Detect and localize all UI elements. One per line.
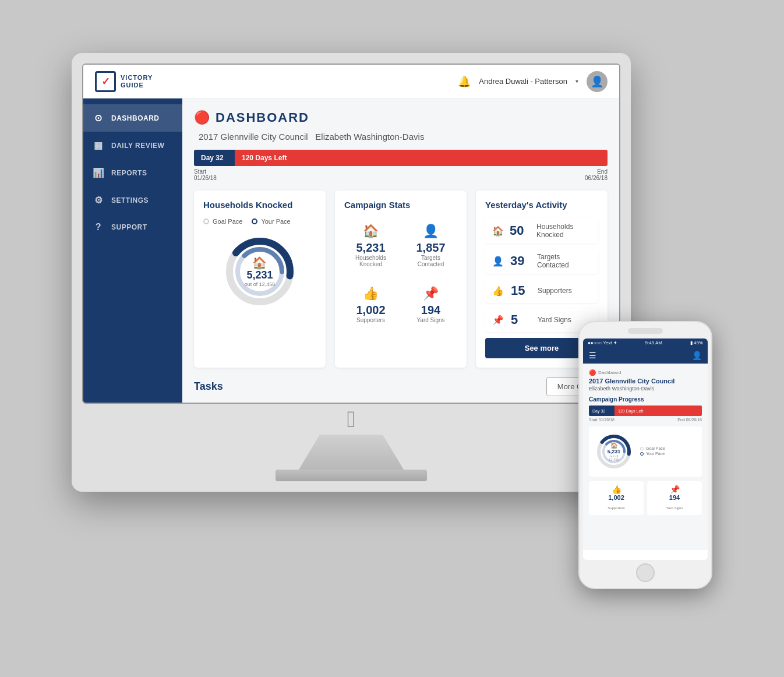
campaign-stats-grid: 🏠 5,231 Households Knocked 👤 1,857 Targe… [344, 218, 457, 329]
progress-dates: Start 01/26/18 End 06/26/18 [194, 168, 608, 181]
activity-hh-label: Households Knocked [536, 223, 591, 239]
activity-list: 🏠 50 Households Knocked 👤 39 Targets Con… [485, 218, 598, 332]
phone-end-date: End 06/26/18 [677, 418, 702, 422]
cs-targets-label: Targets Contacted [410, 255, 451, 267]
activity-targets-icon: 👤 [492, 256, 504, 267]
user-name: Andrea Duwali - Patterson [479, 77, 567, 86]
reports-icon: 📊 [93, 167, 104, 178]
cs-supporters-number: 1,002 [350, 304, 391, 317]
stats-row: Households Knocked Goal Pace Your Pace [194, 191, 608, 368]
bell-icon[interactable]: 🔔 [458, 75, 471, 88]
cs-supporters-label: Supporters [350, 317, 391, 323]
page-title-row: 🔴 DASHBOARD [194, 110, 608, 125]
goal-dot [203, 218, 209, 224]
cs-yard-signs-label: Yard Signs [410, 317, 451, 323]
activity-supporters-number: 15 [511, 283, 532, 298]
logo-line2: GUIDE [121, 82, 153, 89]
yesterday-title: Yesterday's Activity [485, 200, 598, 210]
phone-pace-dot [640, 452, 644, 456]
main-content: 🔴 DASHBOARD 2017 Glennville City Council… [182, 98, 619, 403]
sidebar-item-reports[interactable]: 📊 REPORTS [83, 159, 182, 186]
phone-cs-yard-signs-number: 194 [651, 494, 698, 501]
phone-start-date: Start 01/26/18 [589, 418, 615, 422]
phone-donut-house-icon: 🏠 [604, 442, 624, 449]
activity-targets-label: Targets Contacted [537, 253, 591, 269]
phone-dashboard-icon: 🔴 [589, 369, 596, 376]
app-body: ⊙ DASHBOARD ▦ DAILY REVIEW 📊 REPORTS [83, 98, 619, 403]
cs-hh-icon: 🏠 [350, 224, 391, 239]
phone-cs-yard-signs: 📌 194 Yard Signs [647, 481, 702, 515]
phone-cs-supporters-icon: 👍 [592, 485, 640, 494]
donut-number: 5,231 [245, 270, 276, 281]
activity-targets: 👤 39 Targets Contacted [485, 248, 598, 274]
phone-cs-yard-signs-icon: 📌 [651, 485, 698, 494]
phone-progress-day: Day 32 [589, 406, 615, 416]
sidebar-label-support: SUPPORT [111, 223, 147, 231]
logo-check-icon: ✓ [101, 75, 110, 88]
sidebar-item-support[interactable]: ? SUPPORT [83, 214, 182, 241]
page-title: DASHBOARD [216, 110, 309, 125]
phone-goal-dot [640, 447, 644, 450]
cs-yard-signs-icon: 📌 [410, 286, 451, 301]
phone-user-icon[interactable]: 👤 [692, 351, 702, 360]
phone-home-button[interactable] [636, 563, 655, 582]
campaign-stats-title: Campaign Stats [344, 200, 457, 210]
donut-house-icon: 🏠 [245, 256, 276, 270]
activity-hh: 🏠 50 Households Knocked [485, 218, 598, 244]
activity-yard-signs-number: 5 [511, 312, 532, 327]
phone-donut-sub: out of 12,456 [604, 454, 624, 461]
phone-donut-chart: 🏠 5,231 out of 12,456 [594, 431, 634, 472]
tasks-title: Tasks [194, 380, 223, 393]
phone-battery: ▮ 49% [690, 340, 703, 345]
campaign-name: 2017 Glennville City Council Elizabeth W… [194, 131, 608, 143]
activity-hh-icon: 🏠 [492, 225, 504, 237]
phone-donut-legend: Goal Pace Your Pace [640, 446, 665, 457]
phone-dates: Start 01/26/18 End 06/26/18 [589, 418, 702, 422]
logo: ✓ VICTORY GUIDE [95, 71, 153, 92]
activity-yard-signs-label: Yard Signs [538, 316, 571, 324]
phone-donut-number: 5,231 [604, 449, 624, 454]
sidebar-item-daily-review[interactable]: ▦ DAILY REVIEW [83, 132, 182, 159]
phone-section-header: Campaign Progress [589, 396, 702, 403]
phone-cs-supporters-number: 1,002 [592, 494, 640, 501]
households-card: Households Knocked Goal Pace Your Pace [194, 191, 326, 368]
monitor-screen: ✓ VICTORY GUIDE 🔔 Andrea Duwali - Patter… [82, 64, 620, 404]
end-date: End 06/26/18 [585, 168, 608, 181]
activity-hh-number: 50 [510, 223, 531, 238]
phone-cs-yard-signs-label: Yard Signs [666, 506, 683, 510]
apple-logo:  [82, 406, 620, 432]
donut-sub: out of 12,456 [245, 281, 276, 287]
start-date: Start 01/26/18 [194, 168, 217, 181]
activity-supporters-label: Supporters [538, 287, 572, 295]
monitor-stand [299, 435, 404, 470]
cs-hh-label: Households Knocked [350, 255, 391, 267]
app: ✓ VICTORY GUIDE 🔔 Andrea Duwali - Patter… [83, 65, 619, 403]
sidebar-item-dashboard[interactable]: ⊙ DASHBOARD [83, 104, 182, 132]
sidebar-label-daily-review: DAILY REVIEW [111, 142, 164, 150]
sidebar-label-settings: SETTINGS [111, 196, 149, 204]
scene: ✓ VICTORY GUIDE 🔔 Andrea Duwali - Patter… [72, 53, 712, 624]
user-chevron-icon[interactable]: ▾ [575, 78, 578, 84]
monitor: ✓ VICTORY GUIDE 🔔 Andrea Duwali - Patter… [72, 53, 631, 492]
phone-section-label: 🔴 Dashboard [589, 369, 702, 376]
activity-yard-signs-icon: 📌 [492, 315, 505, 326]
activity-supporters-icon: 👍 [492, 285, 505, 297]
sidebar-item-settings[interactable]: ⚙ SETTINGS [83, 186, 182, 214]
phone-progress-left: 120 Days Left [615, 406, 702, 416]
dashboard-icon: ⊙ [93, 112, 104, 124]
cs-yard-signs: 📌 194 Yard Signs [404, 280, 457, 329]
app-header: ✓ VICTORY GUIDE 🔔 Andrea Duwali - Patter… [83, 65, 619, 98]
legend-pace: Your Pace [252, 218, 290, 225]
cs-hh-knocked: 🏠 5,231 Households Knocked [344, 218, 397, 273]
daily-review-icon: ▦ [93, 140, 104, 151]
phone-legend-goal: Goal Pace [640, 446, 665, 450]
phone-content: 🔴 Dashboard 2017 Glennville City Council… [583, 364, 708, 550]
phone-campaign-title: 2017 Glennville City Council [589, 378, 702, 385]
phone-cs-supporters: 👍 1,002 Supporters [589, 481, 644, 515]
phone-status-bar: ●●○○○ Yext ✦ 9:49 AM ▮ 49% [583, 338, 708, 347]
settings-icon: ⚙ [93, 195, 104, 206]
phone-hamburger-icon[interactable]: ☰ [589, 351, 596, 360]
phone-carrier: ●●○○○ Yext ✦ [588, 340, 617, 345]
donut-chart: 🏠 5,231 out of 12,456 [219, 231, 301, 312]
phone-time: 9:49 AM [645, 340, 662, 345]
